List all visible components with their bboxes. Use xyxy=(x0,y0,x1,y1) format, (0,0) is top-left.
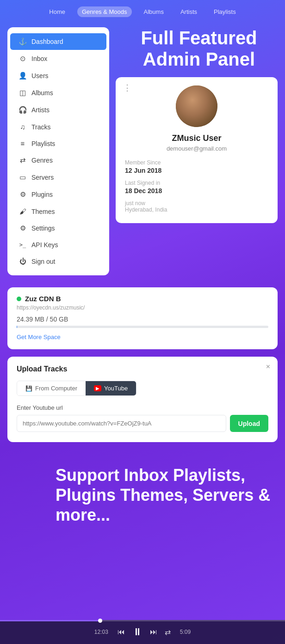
card-menu-dots[interactable]: ⋮ xyxy=(123,84,132,92)
upload-tab-computer-label: From Computer xyxy=(35,385,77,392)
sidebar-label-settings: Settings xyxy=(31,225,55,232)
computer-icon: 💾 xyxy=(25,385,32,392)
upload-title: Upload Tracks xyxy=(17,365,268,373)
cdn-name: Zuz CDN B xyxy=(25,295,61,303)
sidebar-item-themes[interactable]: 🖌 Themes xyxy=(10,203,106,219)
upload-close-button[interactable]: × xyxy=(266,363,270,371)
top-navigation: Home Genres & Moods Albums Artists Playl… xyxy=(0,0,285,24)
upload-tabs: 💾 From Computer ▶ YouTube xyxy=(17,381,136,396)
sidebar-item-inbox[interactable]: ⊙ Inbox xyxy=(10,50,106,67)
sidebar-label-themes: Themes xyxy=(31,208,55,215)
last-signed-label: Last Signed in xyxy=(125,180,268,186)
sidebar-label-inbox: Inbox xyxy=(31,55,47,62)
theme-icon: 🖌 xyxy=(19,207,27,215)
inbox-icon: ⊙ xyxy=(19,55,27,63)
sidebar-item-plugins[interactable]: ⚙ Plugins xyxy=(10,186,106,203)
sidebar: ⚓ Dashboard ⊙ Inbox 👤 Users ◫ Albums 🎧 A… xyxy=(7,27,109,275)
upload-button[interactable]: Upload xyxy=(230,415,268,432)
sidebar-item-genres[interactable]: ⇄ Genres xyxy=(10,152,106,169)
sidebar-label-artists: Artists xyxy=(31,106,50,114)
sidebar-label-users: Users xyxy=(31,72,49,79)
upload-tab-youtube[interactable]: ▶ YouTube xyxy=(86,381,136,395)
player-time-total: 5:09 xyxy=(180,629,191,635)
nav-genres[interactable]: Genres & Moods xyxy=(77,6,132,17)
upload-tab-youtube-label: YouTube xyxy=(104,385,128,392)
youtube-icon: ▶ xyxy=(94,385,101,391)
player-next-button[interactable]: ⏭ xyxy=(150,628,157,636)
sidebar-label-genres: Genres xyxy=(31,157,53,164)
sidebar-item-playlists[interactable]: ≡ Playlists xyxy=(10,135,106,152)
profile-card: ⋮ ZMusic User demouser@gmail.com Member … xyxy=(116,77,278,223)
terminal-icon: >_ xyxy=(19,242,27,248)
cdn-storage: 24.39 MB / 50 GB xyxy=(17,316,268,323)
sidebar-label-apikeys: API Keys xyxy=(31,241,58,249)
nav-playlists[interactable]: Playlists xyxy=(209,6,241,17)
youtube-url-input[interactable] xyxy=(17,415,226,432)
sidebar-item-apikeys[interactable]: >_ API Keys xyxy=(10,237,106,253)
sidebar-item-servers[interactable]: ▭ Servers xyxy=(10,169,106,186)
cdn-get-more-space-link[interactable]: Get More Space xyxy=(17,334,61,340)
sidebar-label-tracks: Tracks xyxy=(31,123,50,131)
sidebar-label-albums: Albums xyxy=(31,89,53,97)
profile-email: demouser@gmail.com xyxy=(125,145,268,152)
player-shuffle-button[interactable]: ⇄ xyxy=(165,628,171,637)
sidebar-item-albums[interactable]: ◫ Albums xyxy=(10,85,106,101)
nav-albums[interactable]: Albums xyxy=(139,6,168,17)
albums-icon: ◫ xyxy=(19,89,27,97)
hero-title: Full Featured Admin Panel xyxy=(120,27,278,77)
sidebar-label-plugins: Plugins xyxy=(31,191,53,198)
player-progress xyxy=(0,620,100,621)
player-controls: ⏮ ⏸ ⏭ ⇄ xyxy=(118,626,171,638)
nav-home[interactable]: Home xyxy=(44,6,70,17)
player-prev-button[interactable]: ⏮ xyxy=(118,628,125,636)
last-signed-sub: just now xyxy=(125,200,268,207)
sidebar-label-servers: Servers xyxy=(31,174,54,181)
upload-input-row: Upload xyxy=(17,415,268,432)
player-time-current: 12:03 xyxy=(94,629,108,635)
genres-icon: ⇄ xyxy=(19,156,27,164)
last-signed-value: 18 Dec 2018 xyxy=(125,187,268,194)
bottom-hero-text: Support Inbox Playlists, Plugins Themes,… xyxy=(56,465,276,525)
profile-name: ZMusic User xyxy=(125,134,268,143)
upload-card: Upload Tracks × 💾 From Computer ▶ YouTub… xyxy=(7,357,278,442)
list-icon: ≡ xyxy=(19,140,27,147)
player-seek-dot[interactable] xyxy=(98,619,102,623)
cdn-progress-bar xyxy=(17,326,268,328)
player-bar: 12:03 ⏮ ⏸ ⏭ ⇄ 5:09 xyxy=(0,620,285,644)
sidebar-item-settings[interactable]: ⚙ Settings xyxy=(10,220,106,237)
settings-icon: ⚙ xyxy=(19,224,27,232)
server-icon: ▭ xyxy=(19,173,27,182)
sidebar-item-tracks[interactable]: ♫ Tracks xyxy=(10,119,106,135)
sidebar-item-users[interactable]: 👤 Users xyxy=(10,67,106,84)
avatar xyxy=(176,85,217,127)
music-note-icon: ♫ xyxy=(19,123,27,131)
headphone-icon: 🎧 xyxy=(19,106,27,114)
sidebar-item-dashboard[interactable]: ⚓ Dashboard xyxy=(10,33,106,50)
sidebar-item-artists[interactable]: 🎧 Artists xyxy=(10,102,106,118)
signout-icon: ⏻ xyxy=(19,257,27,265)
bottom-hero: Support Inbox Playlists, Plugins Themes,… xyxy=(0,451,285,535)
nav-artists[interactable]: Artists xyxy=(176,6,202,17)
player-track-line[interactable] xyxy=(0,620,285,621)
sidebar-label-playlists: Playlists xyxy=(31,140,55,147)
anchor-icon: ⚓ xyxy=(19,37,27,46)
cdn-status-dot xyxy=(17,297,21,301)
user-icon: 👤 xyxy=(19,72,27,80)
sidebar-label-dashboard: Dashboard xyxy=(31,38,63,45)
member-since-label: Member Since xyxy=(125,159,268,166)
sidebar-label-signout: Sign out xyxy=(31,258,55,265)
cdn-url: https://oyecdn.us/zuzmusic/ xyxy=(17,304,268,311)
sidebar-item-signout[interactable]: ⏻ Sign out xyxy=(10,253,106,269)
profile-location: Hyderabad, India xyxy=(125,207,268,213)
upload-tab-computer[interactable]: 💾 From Computer xyxy=(17,381,86,395)
upload-input-label: Enter Youtube url xyxy=(17,404,268,411)
member-since-value: 12 Jun 2018 xyxy=(125,167,268,174)
player-play-button[interactable]: ⏸ xyxy=(132,626,142,638)
plugin-icon: ⚙ xyxy=(19,190,27,199)
cdn-card: Zuz CDN B https://oyecdn.us/zuzmusic/ 24… xyxy=(7,287,278,349)
